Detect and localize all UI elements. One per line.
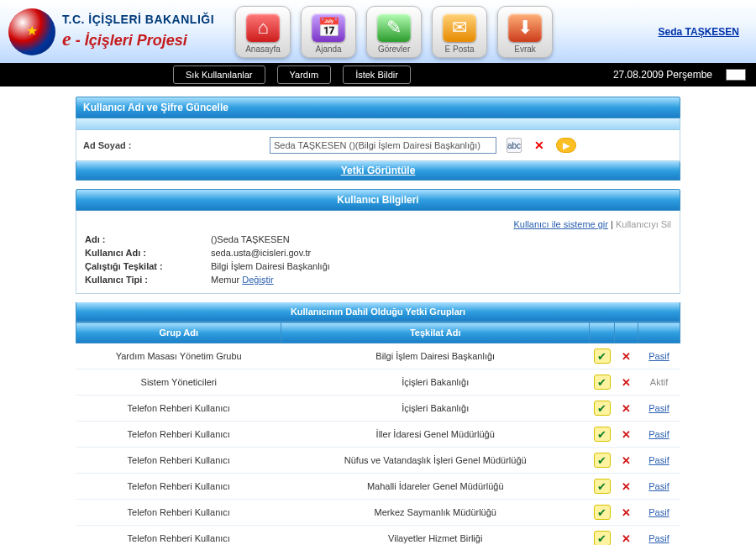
yetki-goruntule-link[interactable]: Yetki Görüntüle [76, 161, 680, 181]
kv-teskilat-label: Çalıştığı Teşkilat : [85, 261, 211, 271]
delete-icon[interactable]: ✕ [618, 531, 635, 545]
ad-soyad-label: Ad Soyad : [83, 140, 260, 150]
cell-teskilat: Vilayetler Hizmet Birliği [281, 526, 590, 546]
nav-anasayfa-label: Anasayfa [245, 45, 281, 54]
brand-text: T.C. İÇİŞLERİ BAKANLIĞI e - İçişleri Pro… [62, 13, 214, 51]
col-teskilat: Teşkilat Adı [281, 322, 590, 343]
table-row: Yardım Masası Yönetim GrubuBilgi İşlem D… [76, 343, 680, 369]
nav-eposta-label: E Posta [445, 45, 475, 54]
cell-grup: Telefon Rehberi Kullanıcı [76, 500, 281, 526]
current-user: Seda TAŞKESEN [659, 26, 739, 38]
cell-grup: Telefon Rehberi Kullanıcı [76, 422, 281, 448]
eposta-icon: ✉ [443, 13, 476, 42]
table-row: Telefon Rehberi Kullanıcıİçişleri Bakanl… [76, 396, 680, 422]
cell-grup: Telefon Rehberi Kullanıcı [76, 396, 281, 422]
brand-line1: T.C. İÇİŞLERİ BAKANLIĞI [62, 13, 214, 27]
main-nav: ⌂Anasayfa📅Ajanda✎Görevler✉E Posta⬇Evrak [235, 6, 553, 58]
table-row: Telefon Rehberi KullanıcıMerkez Saymanlı… [76, 500, 680, 526]
kv-kullanici-value: seda.usta@icisleri.gov.tr [211, 248, 311, 258]
nav-evrak-label: Evrak [514, 45, 536, 54]
status-link[interactable]: Pasif [648, 403, 669, 413]
panel-spacer [76, 118, 680, 130]
cell-teskilat: Bilgi İşlem Dairesi Başkanlığı [281, 343, 590, 369]
approve-icon[interactable]: ✔ [594, 348, 611, 364]
status-link: Aktif [650, 377, 668, 387]
brand-e: e [62, 28, 71, 50]
enter-as-user-link[interactable]: Kullanıcı ile sisteme gir [513, 219, 608, 229]
panel-title: Kullanıcı Adı ve Şifre Güncelle [76, 97, 680, 118]
cell-teskilat: Merkez Saymanlık Müdürlüğü [281, 500, 590, 526]
cell-grup: Telefon Rehberi Kullanıcı [76, 474, 281, 500]
utility-buttons: Sık KullanılanlarYardımİstek Bildir [173, 66, 411, 84]
ministry-logo-icon [8, 8, 55, 55]
current-date: 27.08.2009 Perşembe [613, 69, 712, 81]
header: T.C. İÇİŞLERİ BAKANLIĞI e - İçişleri Pro… [0, 0, 756, 63]
approve-icon[interactable]: ✔ [594, 375, 611, 390]
util-btn-1[interactable]: Yardım [277, 66, 332, 84]
gorevler-icon: ✎ [377, 13, 411, 42]
delete-icon[interactable]: ✕ [618, 505, 635, 520]
cell-teskilat: İçişleri Bakanlığı [281, 369, 590, 396]
status-link[interactable]: Pasif [648, 351, 669, 361]
delete-icon[interactable]: ✕ [618, 453, 635, 468]
table-row: Telefon Rehberi KullanıcıNüfus ve Vatand… [76, 448, 680, 474]
util-btn-2[interactable]: İstek Bildir [343, 66, 411, 84]
status-link[interactable]: Pasif [648, 533, 669, 543]
kv-adi-label: Adı : [85, 234, 211, 244]
approve-icon[interactable]: ✔ [594, 531, 611, 545]
delete-icon[interactable]: ✕ [618, 427, 635, 442]
kv-tip-value: Memur Değiştir [211, 275, 274, 285]
table-row: Telefon Rehberi KullanıcıMahalli İdarele… [76, 474, 680, 500]
nav-evrak[interactable]: ⬇Evrak [497, 6, 553, 58]
lookup-icon[interactable]: abc [507, 138, 522, 153]
approve-icon[interactable]: ✔ [594, 401, 611, 416]
approve-icon[interactable]: ✔ [594, 505, 611, 520]
nav-gorevler[interactable]: ✎Görevler [366, 6, 422, 58]
current-user-link[interactable]: Seda TAŞKESEN [659, 26, 739, 38]
nav-gorevler-label: Görevler [378, 45, 410, 54]
status-link[interactable]: Pasif [648, 455, 669, 465]
util-btn-0[interactable]: Sık Kullanılanlar [173, 66, 265, 84]
approve-icon[interactable]: ✔ [594, 453, 611, 468]
nav-ajanda-label: Ajanda [315, 45, 341, 54]
go-icon[interactable]: ▶ [557, 139, 575, 152]
cell-teskilat: İller İdaresi Genel Müdürlüğü [281, 422, 590, 448]
anasayfa-icon: ⌂ [246, 13, 280, 42]
kv-kullanici-label: Kullanıcı Adı : [85, 248, 211, 258]
clear-icon[interactable]: ✕ [532, 138, 547, 153]
main-panel: Kullanıcı Adı ve Şifre Güncelle Ad Soyad… [76, 97, 680, 545]
user-info-title: Kullanıcı Bilgileri [76, 189, 680, 211]
kv-adi-value: ()Seda TAŞKESEN [211, 234, 290, 244]
status-link[interactable]: Pasif [648, 507, 669, 517]
table-row: Telefon Rehberi KullanıcıVilayetler Hizm… [76, 526, 680, 546]
nav-eposta[interactable]: ✉E Posta [432, 6, 487, 58]
approve-icon[interactable]: ✔ [594, 427, 611, 442]
delete-icon[interactable]: ✕ [618, 401, 635, 416]
delete-user-link: Kullanıcıyı Sil [616, 219, 671, 229]
delete-icon[interactable]: ✕ [618, 348, 635, 364]
content-area: Kullanıcı Adı ve Şifre Güncelle Ad Soyad… [0, 86, 756, 545]
cell-grup: Telefon Rehberi Kullanıcı [76, 448, 281, 474]
nav-ajanda[interactable]: 📅Ajanda [301, 6, 356, 58]
cell-grup: Sistem Yöneticileri [76, 369, 281, 396]
brand-line2: e - İçişleri Projesi [62, 27, 214, 51]
status-link[interactable]: Pasif [648, 429, 669, 439]
cell-grup: Telefon Rehberi Kullanıcı [76, 526, 281, 546]
status-link[interactable]: Pasif [648, 481, 669, 491]
groups-title: Kullanıcının Dahil Olduğu Yetki Grupları [76, 302, 680, 322]
table-row: Sistem Yöneticileriİçişleri Bakanlığı✔✕A… [76, 369, 680, 396]
groups-table: Grup Adı Teşkilat Adı Yardım Masası Yöne… [76, 322, 680, 545]
groups-header-row: Grup Adı Teşkilat Adı [76, 322, 680, 343]
change-user-type-link[interactable]: Değiştir [242, 275, 273, 285]
kv-teskilat-value: Bilgi İşlem Dairesi Başkanlığı [211, 261, 330, 271]
delete-icon[interactable]: ✕ [618, 375, 635, 390]
approve-icon[interactable]: ✔ [594, 479, 611, 494]
nav-anasayfa[interactable]: ⌂Anasayfa [235, 6, 291, 58]
kv-tip-label: Kullanıcı Tipi : [85, 275, 211, 285]
ad-soyad-input[interactable] [270, 137, 496, 154]
delete-icon[interactable]: ✕ [618, 479, 635, 494]
table-row: Telefon Rehberi Kullanıcıİller İdaresi G… [76, 422, 680, 448]
cell-teskilat: Nüfus ve Vatandaşlık İşleri Genel Müdürl… [281, 448, 590, 474]
cell-grup: Yardım Masası Yönetim Grubu [76, 343, 281, 369]
user-info-block: Kullanıcı ile sisteme gir | Kullanıcıyı … [76, 211, 680, 294]
